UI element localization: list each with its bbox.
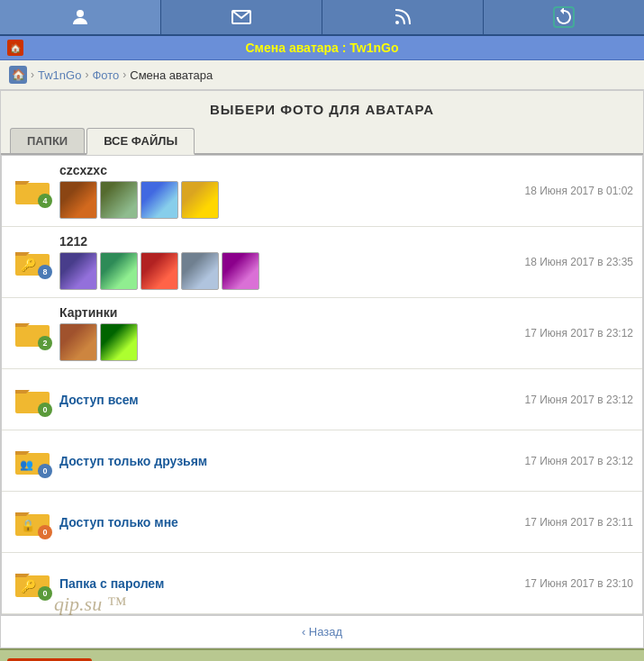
thumb-4[interactable] — [222, 252, 259, 290]
thumb-1[interactable] — [100, 323, 138, 361]
folder-list: 4czcxzxc18 Июня 2017 в 01:02🔑8121218 Июн… — [1, 155, 643, 615]
thumb-2[interactable] — [141, 181, 178, 219]
folder-row[interactable]: 🔑8121218 Июня 2017 в 23:35 — [2, 227, 642, 298]
folder-badge: 4 — [38, 194, 52, 208]
folder-icon-wrap: 🔒0 — [11, 507, 54, 538]
nav-feed[interactable] — [322, 0, 484, 34]
folder-info: Картинки — [54, 305, 517, 361]
title-text: Смена аватара : Tw1nGo — [246, 41, 399, 55]
breadcrumb-home[interactable]: 🏠 — [9, 66, 27, 84]
thumb-0[interactable] — [59, 252, 97, 290]
tabs: ПАПКИ ВСЕ ФАЙЛЫ — [1, 128, 643, 155]
home-icon-title[interactable]: 🏠 — [7, 40, 23, 56]
folder-info: 1212 — [54, 234, 517, 290]
top-nav — [0, 0, 644, 36]
main-container: ВЫБЕРИ ФОТО ДЛЯ АВАТАРА ПАПКИ ВСЕ ФАЙЛЫ … — [0, 90, 644, 648]
breadcrumb: 🏠 › Tw1nGo › Фото › Смена аватара — [0, 60, 644, 90]
folder-name: Доступ только друзьям — [59, 454, 517, 468]
folder-name: czcxzxc — [59, 163, 517, 177]
thumb-3[interactable] — [181, 181, 219, 219]
svg-point-0 — [77, 10, 84, 17]
folder-row[interactable]: 🔒0Доступ только мне17 Июня 2017 в 23:11 — [2, 492, 642, 553]
back-row: ‹ Назад — [1, 615, 643, 647]
folder-icon-wrap: 👥0 — [11, 446, 54, 476]
folder-name: Папка с паролем — [59, 576, 517, 591]
svg-text:🔒: 🔒 — [21, 518, 36, 533]
thumb-0[interactable] — [59, 181, 97, 219]
folder-date: 17 Июня 2017 в 23:12 — [517, 394, 633, 406]
breadcrumb-sep-3: › — [122, 68, 126, 81]
svg-text:👥: 👥 — [20, 457, 33, 471]
folder-icon-wrap: 4 — [11, 176, 54, 206]
rss-icon — [392, 6, 413, 28]
refresh-icon — [553, 6, 575, 28]
folder-date: 17 Июня 2017 в 23:10 — [517, 577, 633, 590]
person-icon — [69, 6, 91, 28]
folder-row[interactable]: 🔑0Папка с паролем17 Июня 2017 в 23:10 — [2, 553, 642, 614]
folder-row[interactable]: 4czcxzxc18 Июня 2017 в 01:02 — [2, 156, 642, 227]
tab-folders[interactable]: ПАПКИ — [10, 128, 85, 153]
folder-badge: 8 — [38, 265, 52, 279]
folder-name: Доступ всем — [59, 393, 517, 407]
folder-row[interactable]: 0Доступ всем17 Июня 2017 в 23:12 — [2, 369, 642, 430]
folder-icon-wrap: 0 — [11, 385, 54, 415]
folder-thumbs — [59, 323, 517, 361]
folder-date: 18 Июня 2017 в 23:35 — [517, 256, 633, 268]
folder-icon-wrap: 2 — [11, 318, 54, 349]
breadcrumb-current: Смена аватара — [130, 68, 213, 82]
folder-badge: 0 — [38, 525, 52, 539]
thumb-1[interactable] — [100, 181, 138, 219]
nav-refresh[interactable] — [484, 0, 644, 34]
folder-icon-wrap: 🔑0 — [11, 568, 54, 599]
folder-row[interactable]: 2Картинки17 Июня 2017 в 23:12 — [2, 298, 642, 369]
folder-row[interactable]: 👥0Доступ только друзьям17 Июня 2017 в 23… — [2, 430, 642, 492]
thumb-2[interactable] — [141, 252, 178, 290]
thumb-0[interactable] — [59, 323, 97, 361]
svg-text:🔑: 🔑 — [21, 579, 37, 594]
folder-badge: 0 — [38, 586, 52, 601]
tab-all-files[interactable]: ВСЕ ФАЙЛЫ — [86, 128, 195, 155]
thumb-1[interactable] — [100, 252, 138, 290]
svg-point-2 — [395, 21, 399, 24]
folder-badge: 0 — [38, 403, 52, 417]
folder-date: 17 Июня 2017 в 23:12 — [517, 455, 633, 467]
mail-icon — [231, 6, 252, 28]
folder-date: 18 Июня 2017 в 01:02 — [517, 185, 633, 197]
breadcrumb-sep-2: › — [85, 68, 88, 81]
folder-badge: 2 — [38, 336, 52, 350]
page-heading: ВЫБЕРИ ФОТО ДЛЯ АВАТАРА — [1, 91, 643, 128]
folder-thumbs — [59, 181, 517, 219]
svg-text:🔑: 🔑 — [21, 258, 37, 273]
thumb-3[interactable] — [181, 252, 219, 290]
folder-info: Доступ всем — [54, 393, 517, 407]
folder-info: Доступ только друзьям — [54, 454, 517, 468]
folder-icon-wrap: 🔑8 — [11, 247, 54, 277]
folder-info: czcxzxc — [54, 163, 517, 219]
nav-messages[interactable] — [161, 0, 322, 34]
folder-name: 1212 — [59, 234, 517, 249]
folder-name: Картинки — [59, 305, 517, 320]
folder-name: Доступ только мне — [59, 515, 517, 530]
folder-thumbs — [59, 252, 517, 290]
folder-badge: 0 — [38, 464, 52, 478]
folder-info: Папка с паролем — [54, 576, 517, 591]
title-bar: 🏠 Смена аватара : Tw1nGo — [0, 36, 644, 60]
back-button[interactable]: ‹ Назад — [302, 625, 342, 638]
folder-date: 17 Июня 2017 в 23:12 — [517, 327, 633, 340]
breadcrumb-link-2[interactable]: Фото — [92, 68, 119, 82]
nav-profile[interactable] — [0, 0, 161, 34]
folder-date: 17 Июня 2017 в 23:11 — [517, 516, 633, 529]
breadcrumb-sep-1: › — [31, 68, 34, 81]
home-button[interactable]: 🏠 На Главную — [7, 658, 92, 662]
folder-info: Доступ только мне — [54, 515, 517, 530]
bottom-bar: 🏠 На Главную — [0, 648, 644, 661]
breadcrumb-link-1[interactable]: Tw1nGo — [38, 68, 81, 82]
